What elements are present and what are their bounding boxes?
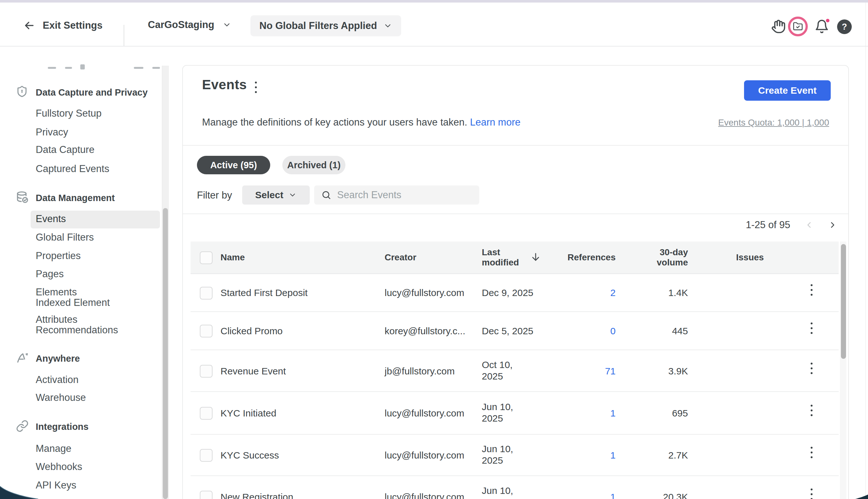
column-header-last-modified[interactable]: Last modified — [482, 247, 519, 268]
back-arrow-icon — [23, 19, 36, 32]
create-event-button[interactable]: Create Event — [744, 80, 831, 101]
org-selector[interactable]: CarGoStaging — [148, 19, 231, 31]
column-header-references[interactable]: References — [546, 252, 616, 263]
row-menu-kebab[interactable] — [811, 284, 813, 296]
column-header-30-day-volume[interactable]: 30-day volume — [631, 247, 688, 268]
event-volume: 445 — [637, 325, 688, 337]
help-icon[interactable]: ? — [837, 20, 852, 34]
row-menu-kebab[interactable] — [811, 363, 813, 374]
section-integrations: Integrations — [36, 422, 89, 432]
event-references-link[interactable]: 1 — [577, 491, 616, 499]
sidebar-item-events[interactable]: Events — [36, 214, 66, 224]
row-menu-kebab[interactable] — [811, 405, 813, 416]
org-name: CarGoStaging — [148, 19, 214, 31]
learn-more-link[interactable]: Learn more — [470, 117, 521, 128]
next-page-icon[interactable] — [828, 220, 838, 230]
folder-check-icon[interactable] — [788, 16, 808, 36]
search-events-input[interactable] — [337, 189, 465, 201]
event-references-link[interactable]: 71 — [577, 365, 616, 377]
table-row[interactable]: New Registration lucy@fullstory.com Jun … — [191, 476, 839, 499]
row-menu-kebab[interactable] — [811, 322, 813, 334]
notification-dot — [825, 18, 830, 23]
sidebar-item-webhooks[interactable]: Webhooks — [36, 461, 82, 472]
event-volume: 2.7K — [637, 450, 688, 461]
event-creator: lucy@fullstory.com — [384, 450, 464, 461]
table-row[interactable]: Started First Deposit lucy@fullstory.com… — [191, 274, 839, 312]
sidebar-scrollbar-thumb[interactable] — [163, 208, 168, 499]
sidebar-item-privacy[interactable]: Privacy — [36, 127, 68, 137]
event-name: Revenue Event — [220, 365, 286, 377]
event-references-link[interactable]: 2 — [577, 287, 616, 299]
event-last-modified: Jun 10,2025 — [482, 401, 555, 424]
events-panel: Events Manage the definitions of key act… — [182, 65, 849, 499]
sidebar-item-captured-events[interactable]: Captured Events — [36, 163, 109, 174]
event-creator: lucy@fullstory.com — [384, 407, 464, 419]
clipped-item-fragment — [48, 67, 56, 69]
select-all-checkbox[interactable] — [200, 252, 212, 264]
row-checkbox[interactable] — [200, 325, 212, 338]
table-row[interactable]: KYC Success lucy@fullstory.com Jun 10,20… — [191, 435, 839, 476]
previous-page-icon[interactable] — [804, 220, 814, 230]
column-header-issues[interactable]: Issues — [736, 252, 764, 263]
event-name: Started First Deposit — [220, 287, 307, 299]
row-menu-kebab[interactable] — [811, 447, 813, 458]
row-checkbox[interactable] — [200, 407, 212, 419]
exit-settings-label: Exit Settings — [43, 20, 102, 31]
event-name: KYC Success — [220, 450, 279, 461]
sidebar-item-elements-indexed-element[interactable]: Elements Indexed Element — [36, 287, 110, 308]
sidebar-item-pages[interactable]: Pages — [36, 269, 64, 279]
section-data-capture-privacy: Data Capture and Privacy — [36, 87, 148, 98]
chevron-down-icon — [383, 21, 392, 30]
section-anywhere: Anywhere — [36, 353, 80, 364]
filter-select-dropdown[interactable]: Select — [242, 185, 310, 205]
row-checkbox[interactable] — [200, 449, 212, 462]
sidebar-item-warehouse[interactable]: Warehouse — [36, 392, 86, 403]
event-creator: jb@fullstory.com — [384, 365, 455, 377]
hand-raise-icon[interactable] — [771, 19, 786, 34]
event-last-modified: Dec 5, 2025 — [482, 325, 555, 337]
event-volume: 3.9K — [637, 365, 688, 377]
event-name: Clicked Promo — [220, 325, 283, 337]
chevron-down-icon — [289, 191, 297, 199]
table-row[interactable]: KYC Initiated lucy@fullstory.com Jun 10,… — [191, 392, 839, 435]
sidebar-item-global-filters[interactable]: Global Filters — [36, 232, 94, 243]
sidebar-item-data-capture[interactable]: Data Capture — [36, 144, 94, 155]
events-quota-link[interactable]: Events Quota: 1,000 | 1,000 — [718, 118, 829, 128]
table-row[interactable]: Clicked Promo korey@fullstory.c... Dec 5… — [191, 312, 839, 350]
exit-settings-button[interactable]: Exit Settings — [23, 19, 102, 32]
event-volume: 695 — [637, 407, 688, 419]
tab-active[interactable]: Active (95) — [197, 156, 270, 174]
window-top-strip — [0, 0, 868, 2]
sidebar-item-activation[interactable]: Activation — [36, 374, 78, 385]
row-checkbox[interactable] — [200, 491, 212, 499]
table-scrollbar-thumb[interactable] — [841, 244, 846, 359]
database-check-icon — [16, 191, 29, 204]
event-references-link[interactable]: 0 — [577, 325, 616, 337]
global-filters-dropdown[interactable]: No Global Filters Applied — [250, 15, 401, 36]
global-filters-label: No Global Filters Applied — [259, 20, 377, 32]
sidebar-item-manage[interactable]: Manage — [36, 443, 71, 454]
event-last-modified: Oct 10,2025 — [482, 359, 555, 382]
sidebar-item-attributes-recommendations[interactable]: Attributes Recommendations — [36, 314, 118, 335]
events-menu-kebab[interactable] — [255, 82, 257, 93]
sidebar-item-api-keys[interactable]: API Keys — [36, 480, 76, 490]
event-references-link[interactable]: 1 — [577, 407, 616, 419]
table-row[interactable]: Revenue Event jb@fullstory.com Oct 10,20… — [191, 350, 839, 392]
row-menu-kebab[interactable] — [811, 488, 813, 499]
sidebar-item-properties[interactable]: Properties — [36, 251, 81, 261]
section-data-management: Data Management — [36, 193, 115, 203]
row-checkbox[interactable] — [200, 287, 212, 300]
row-checkbox[interactable] — [200, 365, 212, 378]
sidebar-item-fullstory-setup[interactable]: Fullstory Setup — [36, 108, 102, 119]
sort-descending-icon[interactable] — [530, 252, 541, 263]
clipped-item-fragment — [134, 67, 143, 69]
event-last-modified: Dec 9, 2025 — [482, 287, 555, 299]
top-bar: Exit Settings CarGoStaging No Global Fil… — [0, 2, 868, 47]
event-last-modified: Jun 10,2025 — [482, 485, 555, 499]
event-references-link[interactable]: 1 — [577, 450, 616, 461]
column-header-name[interactable]: Name — [220, 252, 245, 263]
tab-archived[interactable]: Archived (1) — [282, 156, 345, 174]
shield-lock-icon — [16, 85, 28, 98]
notifications-bell-icon[interactable] — [815, 19, 829, 34]
column-header-creator[interactable]: Creator — [384, 252, 416, 263]
